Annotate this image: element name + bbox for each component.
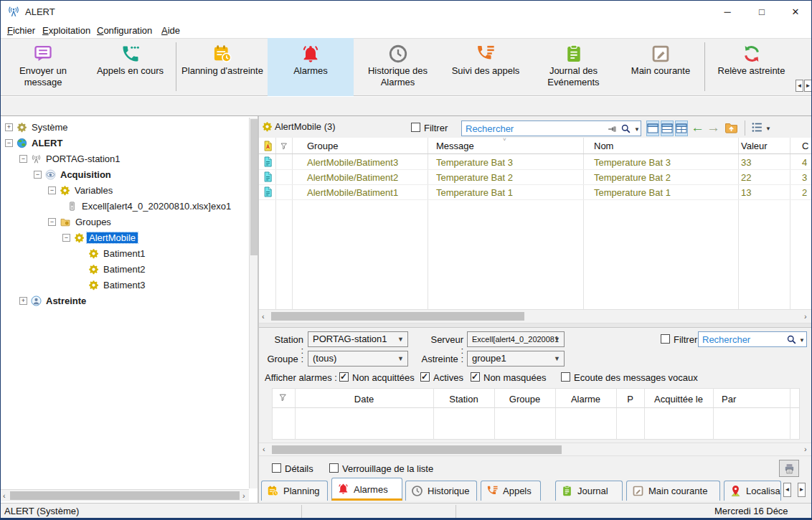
tab-main-courante[interactable]: Main courante [626,481,720,501]
expand-plus-icon[interactable]: + [19,297,27,305]
expand-minus-icon[interactable]: − [19,155,27,163]
alarm-filter-checkbox[interactable] [661,334,670,344]
expand-minus-icon[interactable]: − [62,234,70,242]
alarm-horizontal-scrollbar[interactable]: ‹ › [259,443,812,456]
expand-plus-icon[interactable]: + [5,123,13,131]
toolbar-releve-astreinte[interactable]: Relève astreinte [706,38,797,96]
serveur-select[interactable]: Excell[alert4_0_2020081▼ [467,331,565,347]
search-dropdown-icon[interactable]: ▼ [799,337,805,344]
scroll-right-icon[interactable]: › [242,490,245,501]
tree-item-alert[interactable]: − ALERT [1,136,245,151]
toolbar-scroll-right-button[interactable]: ► [804,80,812,92]
funnel-icon[interactable] [278,393,288,402]
tab-scroll-right-button[interactable]: ► [798,483,806,497]
column-header-groupe[interactable]: Groupe [307,141,338,151]
column-header-station[interactable]: Station [433,394,494,405]
expand-minus-icon[interactable]: − [34,171,42,179]
actives-checkbox[interactable] [420,372,430,382]
list-menu-dropdown-icon[interactable]: ▼ [765,126,771,132]
tab-journal[interactable]: Journal [555,481,623,501]
groupe-select[interactable]: (tous)▼ [308,351,408,367]
verrouillage-checkbox[interactable] [329,463,339,473]
variables-horizontal-scrollbar[interactable]: ‹ › [259,309,812,323]
tree-item-batiment1[interactable]: Batiment1 [1,246,245,262]
folder-up-icon[interactable] [724,120,739,135]
station-select[interactable]: PORTAG-station1▼ [308,331,408,347]
navigate-forward-icon[interactable]: → [707,120,720,136]
column-header-p[interactable]: P [616,394,644,405]
variables-filter-checkbox[interactable] [411,123,420,132]
print-button[interactable] [779,460,799,477]
variables-search-input[interactable] [466,122,590,135]
column-header-nom[interactable]: Nom [594,141,613,151]
close-button[interactable]: ✕ [783,5,808,19]
tree-item-portag-station1[interactable]: − PORTAG-station1 [1,151,245,167]
toolbar-planning-astreinte[interactable]: Planning d'astreinte [177,38,268,96]
tab-localisation[interactable]: Localisa [724,481,781,501]
toolbar-appels-en-cours[interactable]: Appels en cours [85,38,175,96]
toolbar-historique-alarmes[interactable]: Historique des Alarmes [354,38,442,96]
scrollbar-thumb[interactable] [10,491,240,500]
tab-alarmes[interactable]: Alarmes [331,478,402,501]
tree-item-variables[interactable]: − Variables [1,183,245,199]
scroll-left-icon[interactable]: ‹ [262,311,265,322]
scroll-left-icon[interactable]: ‹ [263,443,265,455]
column-header-alarme[interactable]: Alarme [555,394,616,405]
maximize-button[interactable]: □ [750,5,774,19]
column-header-par[interactable]: Par [722,394,736,405]
menu-exploitation[interactable]: Exploitation [40,24,93,37]
tree-item-groupes[interactable]: − Groupes [1,214,245,230]
search-icon[interactable] [620,123,631,134]
non-masquees-checkbox[interactable] [471,372,480,382]
search-icon[interactable] [786,334,797,345]
toolbar-suivi-appels[interactable]: Suivi des appels [442,38,529,96]
expand-minus-icon[interactable]: − [48,186,56,194]
column-header-groupe[interactable]: Groupe [494,394,555,405]
column-header-valeur[interactable]: Valeur [741,141,768,151]
tab-historique[interactable]: Historique [405,481,477,501]
toolbar-envoyer-message[interactable]: Envoyer un message [1,38,85,96]
menu-fichier[interactable]: Fichier [5,24,37,37]
tree-item-astreinte[interactable]: + Astreinte [1,293,245,309]
tree-item-batiment3[interactable]: Batiment3 [1,278,245,293]
toolbar-main-courante[interactable]: Main courante [618,38,704,96]
view-mode-2-button[interactable] [661,120,674,136]
tab-appels[interactable]: Appels [481,481,541,501]
column-header-message[interactable]: Message [436,141,474,151]
tree-item-acquisition[interactable]: − Acquisition [1,167,245,183]
alarm-search-input[interactable] [702,333,769,346]
non-acquittees-checkbox[interactable] [339,372,349,382]
scroll-right-icon[interactable]: › [804,311,807,322]
tree-item-batiment2[interactable]: Batiment2 [1,262,245,278]
tree-item-excell-source[interactable]: Excell[alert4_0_20200810.xlsx]exo1 [1,199,245,214]
column-header-date[interactable]: Date [295,394,433,405]
ecoute-messages-checkbox[interactable] [561,372,570,382]
funnel-icon[interactable] [280,142,288,151]
view-mode-1-button[interactable] [646,120,659,136]
sort-indicator-icon[interactable]: ˅ [503,136,506,143]
column-header-extra[interactable]: C [802,141,808,151]
scroll-right-icon[interactable]: › [804,443,807,455]
minimize-button[interactable]: ─ [715,5,740,19]
list-menu-icon[interactable] [751,121,763,133]
tree-item-alertmobile[interactable]: − AlertMobile [1,230,245,246]
tab-scroll-left-button[interactable]: ◄ [783,483,791,497]
pushpin-icon[interactable] [608,124,618,134]
scrollbar-thumb[interactable] [272,445,562,454]
search-dropdown-icon[interactable]: ▼ [634,126,640,133]
scrollbar-thumb[interactable] [271,312,524,321]
tree-item-systeme[interactable]: + Système [1,120,245,136]
navigate-back-icon[interactable]: ← [691,120,704,136]
details-checkbox[interactable] [272,463,281,473]
toolbar-alarmes[interactable]: Alarmes [268,38,354,96]
view-mode-3-button[interactable] [675,120,688,136]
menu-aide[interactable]: Aide [159,24,182,37]
tree-horizontal-scrollbar[interactable]: ‹ › [1,489,249,501]
toolbar-scroll-left-button[interactable]: ◄ [796,80,803,92]
expand-minus-icon[interactable]: − [48,218,56,226]
tab-planning[interactable]: Planning [261,481,328,501]
scrollbar-thumb[interactable] [250,119,258,255]
scroll-left-icon[interactable]: ‹ [3,490,6,501]
column-header-acquittee[interactable]: Acquittée le [644,394,713,405]
toolbar-journal-evenements[interactable]: Journal des Evénements [529,38,618,96]
